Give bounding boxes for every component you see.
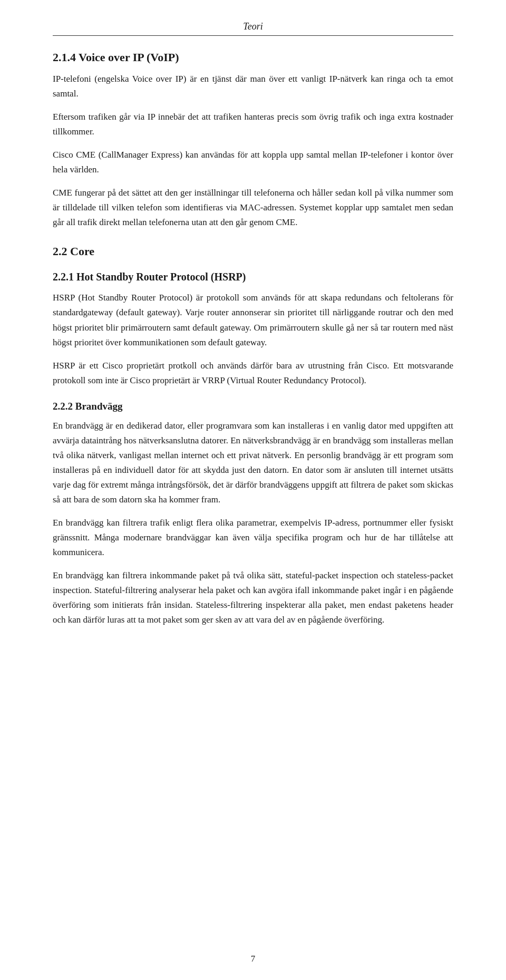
page-footer: 7 [0, 954, 506, 964]
para-brandvagg-3: En brandvägg kan filtrera inkommande pak… [53, 568, 453, 627]
heading-2-2-2: 2.2.2 Brandvägg [53, 401, 453, 412]
para-voip-1: IP-telefoni (engelska Voice over IP) är … [53, 72, 453, 101]
para-brandvagg-2: En brandvägg kan filtrera trafik enligt … [53, 516, 453, 560]
para-voip-4: CME fungerar på det sättet att den ger i… [53, 186, 453, 230]
heading-2-1-4: 2.1.4 Voice over IP (VoIP) [53, 51, 453, 64]
heading-2-2-1: 2.2.1 Hot Standby Router Protocol (HSRP) [53, 271, 453, 283]
heading-2-2: 2.2 Core [53, 245, 453, 258]
para-voip-3: Cisco CME (CallManager Express) kan anvä… [53, 148, 453, 177]
para-hsrp-2: HSRP är ett Cisco proprietärt protkoll o… [53, 358, 453, 388]
para-brandvagg-1: En brandvägg är en dedikerad dator, elle… [53, 419, 453, 507]
para-voip-2: Eftersom trafiken går via IP innebär det… [53, 110, 453, 139]
page: Teori 2.1.4 Voice over IP (VoIP) IP-tele… [0, 0, 506, 980]
page-number: 7 [251, 954, 256, 964]
para-hsrp-1: HSRP (Hot Standby Router Protocol) är pr… [53, 290, 453, 350]
page-header: Teori [53, 21, 453, 36]
header-title: Teori [243, 21, 262, 32]
